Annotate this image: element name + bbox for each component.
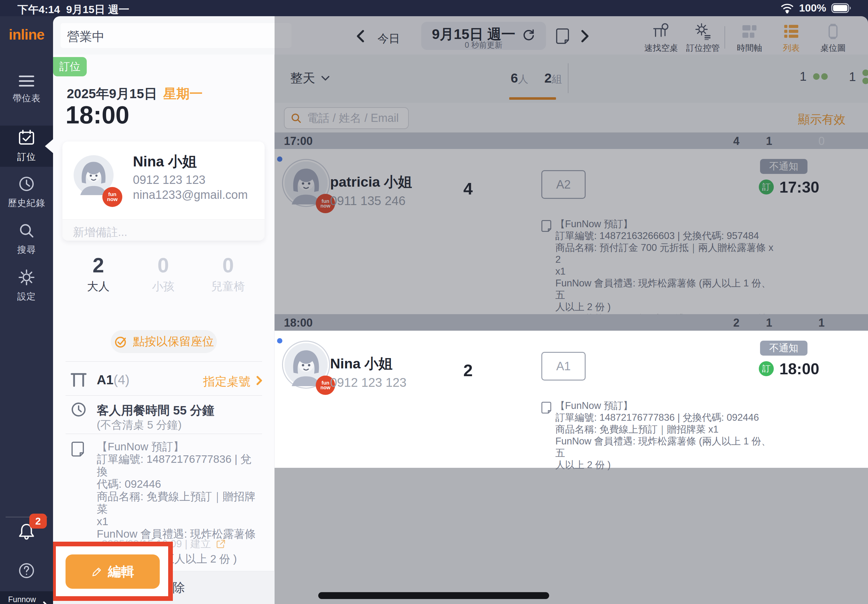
reservation-detail-panel: 訂位 2025年9月15日星期一 18:00 funnow	[53, 54, 274, 604]
divider	[65, 434, 262, 434]
calendar-check-icon	[17, 129, 36, 147]
branch-switcher[interactable]: Funnow Testing Funnow Branch 1	[0, 591, 53, 604]
sidebar: inline 帶位表 訂位 歷史紀錄 搜尋	[0, 16, 53, 604]
notifications-button[interactable]: 2	[0, 522, 53, 541]
modal-dim-overlay	[274, 16, 868, 604]
inline-logo: inline	[0, 26, 53, 43]
table-badge[interactable]: A1	[541, 352, 586, 380]
customer-email: nina1233@gmail.com	[133, 188, 248, 202]
battery-icon	[831, 3, 852, 13]
sidebar-item-seating-chart[interactable]: 帶位表	[0, 66, 53, 107]
ios-status-bar: 下午4:14 9月15日 週一 100%	[0, 0, 868, 16]
customer-card[interactable]: funnow Nina 小姐 0912 123 123 nina1233@gma…	[62, 142, 265, 241]
guest-phone: 0912 123 123	[330, 375, 406, 389]
reservation-row-nina-selected[interactable]: funnow Nina 小姐 0912 123 123 2 A1 不通知 訂 1…	[274, 331, 868, 468]
avatar: funnow	[285, 343, 328, 386]
clock-icon	[70, 401, 87, 418]
unread-dot	[277, 338, 282, 343]
reservation-time-large: 18:00	[65, 100, 130, 129]
divider	[65, 395, 262, 396]
sidebar-item-settings[interactable]: 設定	[0, 267, 53, 304]
customer-phone: 0912 123 123	[133, 173, 205, 187]
customer-name: Nina 小姐	[133, 152, 197, 171]
dining-duration-note: (不含清桌 5 分鐘)	[97, 418, 181, 432]
chevron-right-icon	[255, 374, 264, 387]
clock-icon	[18, 175, 35, 193]
question-icon	[17, 561, 36, 580]
assign-table-button[interactable]: 指定桌號	[203, 374, 251, 389]
reservation-note: 【FunNow 預訂】 訂單編號: 14872176777836 | 兌換代碼:…	[555, 400, 774, 471]
booked-status-badge: 訂	[759, 361, 774, 376]
note-icon	[70, 441, 85, 457]
divider	[65, 361, 262, 362]
party-size: 2	[457, 361, 479, 380]
weekday-label: 星期一	[163, 85, 203, 102]
reservation-type-tag: 訂位	[53, 57, 87, 76]
external-link-icon	[215, 539, 226, 550]
sidebar-item-search[interactable]: 搜尋	[0, 220, 53, 258]
hamburger-icon	[18, 74, 35, 88]
avatar: funnow	[74, 155, 113, 195]
reservation-date: 2025年9月15日星期一	[67, 85, 203, 102]
table-capacity: (4)	[113, 372, 130, 387]
high-chair-count[interactable]: 0 兒童椅	[195, 253, 261, 294]
sidebar-item-history[interactable]: 歷史紀錄	[0, 174, 53, 211]
battery-percent: 100%	[799, 2, 826, 14]
main-content: 營業中 今日 9月15日 週一 0 秒前更新	[53, 16, 868, 604]
edit-button[interactable]: 編輯	[65, 555, 160, 589]
no-notify-badge: 不通知	[760, 341, 808, 355]
note-placeholder: 新增備註...	[73, 225, 127, 240]
selected-item-pointer	[45, 139, 54, 154]
help-button[interactable]	[0, 561, 53, 580]
check-circle-icon	[114, 334, 128, 349]
home-indicator[interactable]	[318, 592, 549, 599]
guest-name: Nina 小姐	[330, 354, 392, 373]
status-time: 下午4:14	[17, 3, 60, 17]
gear-icon	[18, 269, 35, 286]
children-count[interactable]: 0 小孩	[130, 253, 196, 294]
reservation-time: 18:00	[780, 360, 819, 378]
wifi-icon	[780, 3, 794, 13]
notification-badge: 2	[29, 514, 47, 528]
chevron-right-icon	[41, 600, 51, 604]
pencil-icon	[91, 566, 103, 578]
note-icon	[540, 401, 552, 414]
assigned-table: A1(4)	[97, 372, 130, 388]
table-icon	[70, 372, 87, 388]
dining-duration: 客人用餐時間 55 分鐘	[97, 402, 214, 419]
app-screen: 下午4:14 9月15日 週一 100% inline	[0, 0, 868, 604]
status-date: 9月15日 週一	[66, 3, 129, 17]
hold-seat-button[interactable]: 點按以保留座位	[111, 330, 217, 353]
funnow-badge: funnow	[102, 187, 122, 207]
adults-count[interactable]: 2 大人	[65, 253, 131, 294]
search-icon	[18, 222, 35, 239]
customer-note-field[interactable]: 新增備註...	[62, 219, 265, 241]
business-open-status: 營業中	[67, 28, 104, 45]
